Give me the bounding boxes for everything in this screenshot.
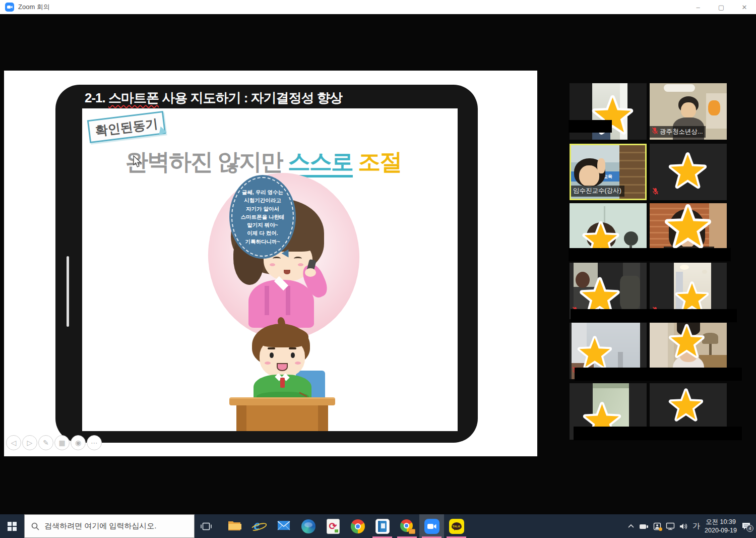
- tray-security-icon[interactable]: [653, 522, 661, 530]
- video-detail: [680, 265, 689, 270]
- search-icon: [31, 522, 39, 530]
- muted-mic-icon: [652, 188, 659, 197]
- video-detail: [709, 344, 712, 356]
- taskbar-apps: e⟳TALK: [222, 514, 469, 538]
- participant-tile[interactable]: 친한자 부모교육임수진교수(강사): [570, 144, 647, 200]
- mother-blush-right: [298, 263, 303, 266]
- privacy-star-overlay: [664, 148, 712, 198]
- video-detail: [664, 84, 695, 92]
- mother-suspender-left: [265, 286, 269, 315]
- video-detail: [624, 231, 638, 246]
- maximize-button[interactable]: ▢: [710, 0, 733, 14]
- video-detail: [708, 100, 720, 115]
- mother-suspender-right: [286, 286, 290, 315]
- kakaotalk-taskbar-button[interactable]: TALK: [444, 514, 469, 538]
- participant-tile[interactable]: 광주청소년상...: [650, 83, 727, 140]
- boy-eye-left: [270, 352, 274, 358]
- boy-brow-left: [268, 347, 275, 349]
- tablet-frame: 2-1. 스마트폰 사용 지도하기 : 자기결정성 향상 확인된동기 완벽하진 …: [55, 85, 478, 443]
- pen-tool-button[interactable]: ✎: [38, 435, 53, 450]
- privacy-star-overlay: [664, 385, 708, 430]
- prev-slide-button[interactable]: ◁: [6, 435, 21, 450]
- boy-mouth: [277, 363, 288, 371]
- redaction-bar: [575, 368, 742, 381]
- speech-bubble: 글쎄, 우리 영수는 시험기간이라고 자기가 알아서 스마트폰을 나한테 맡기지…: [229, 175, 296, 259]
- mail-taskbar-button[interactable]: [271, 514, 296, 538]
- search-placeholder: 검색하려면 여기에 입력하십시오.: [44, 521, 157, 531]
- slide-headline: 완벽하진 않지만 스스로 조절: [125, 147, 402, 177]
- video-detail: [579, 165, 599, 187]
- internet-explorer-icon: e: [251, 519, 267, 534]
- ime-language-indicator[interactable]: 가: [692, 521, 700, 531]
- desk-leg-right: [318, 405, 328, 431]
- privacy-star-overlay: [664, 323, 709, 367]
- system-tray: 가 오전 10:39 2020-09-19 4: [627, 514, 756, 538]
- chrome-taskbar-button[interactable]: [345, 514, 370, 538]
- redaction-bar: [569, 248, 731, 261]
- tray-chevron-up-icon[interactable]: [627, 524, 635, 529]
- next-slide-button[interactable]: ▷: [22, 435, 37, 450]
- tray-clock[interactable]: 오전 10:39 2020-09-19: [705, 518, 737, 535]
- docs-app-taskbar-button[interactable]: [370, 514, 395, 538]
- boy-tie: [280, 378, 285, 388]
- window-titlebar: Zoom 회의 – ▢ ✕: [0, 0, 756, 14]
- window-title: Zoom 회의: [18, 3, 50, 12]
- taskbar-search-input[interactable]: 검색하려면 여기에 입력하십시오.: [24, 514, 195, 538]
- tablet-side-button: [67, 256, 69, 327]
- mother-blush-left: [270, 263, 275, 266]
- muted-mic-icon: [652, 127, 658, 136]
- motivation-badge: 확인된동기: [87, 111, 166, 143]
- desk-front: [236, 405, 328, 431]
- slide-title: 2-1. 스마트폰 사용 지도하기 : 자기결정성 향상: [85, 89, 468, 107]
- kakaotalk-icon: TALK: [449, 519, 464, 534]
- action-center-icon[interactable]: 4: [741, 522, 751, 530]
- file-explorer-taskbar-button[interactable]: [222, 514, 246, 538]
- redaction-bar: [571, 309, 737, 322]
- more-tools-button[interactable]: ⋯: [87, 435, 102, 450]
- slide-grid-button[interactable]: ▦: [54, 435, 70, 450]
- mail-icon: [277, 519, 291, 533]
- meeting-content: 2-1. 스마트폰 사용 지도하기 : 자기결정성 향상 확인된동기 완벽하진 …: [0, 14, 756, 514]
- tray-display-icon[interactable]: [666, 522, 675, 530]
- tray-date: 2020-09-19: [705, 526, 737, 535]
- notification-badge: 4: [746, 525, 753, 532]
- chrome-profile-icon: [400, 519, 414, 533]
- participant-name-label: 광주청소년상...: [650, 126, 706, 138]
- zoom-app-icon: [424, 519, 439, 534]
- file-explorer-icon: [227, 519, 241, 534]
- minimize-button[interactable]: –: [686, 0, 710, 14]
- participant-name-label: 임수진교수(강사): [571, 186, 624, 197]
- video-detail: [593, 383, 629, 388]
- tray-device-icon[interactable]: [639, 523, 649, 530]
- video-detail: [702, 270, 707, 274]
- edge-taskbar-button[interactable]: [296, 514, 321, 538]
- zoom-app-taskbar-button[interactable]: [419, 514, 444, 538]
- boy-blush-left: [265, 362, 271, 365]
- start-button[interactable]: [0, 514, 24, 538]
- edge-icon: [301, 519, 316, 533]
- boy-blush-right: [295, 362, 301, 365]
- video-detail: [597, 158, 605, 173]
- close-button[interactable]: ✕: [733, 0, 756, 14]
- boy-eye-right: [291, 352, 295, 358]
- boy-bangs: [256, 326, 308, 347]
- mother-mouth: [284, 270, 290, 274]
- participant-tile[interactable]: [650, 144, 727, 200]
- video-detail: [681, 102, 696, 118]
- pointer-tool-button[interactable]: ◉: [71, 435, 86, 450]
- internet-explorer-taskbar-button[interactable]: e: [246, 514, 271, 538]
- mouse-cursor: [133, 155, 142, 168]
- task-view-button[interactable]: [195, 514, 218, 538]
- chrome-profile-taskbar-button[interactable]: [395, 514, 419, 538]
- redaction-bar: [574, 427, 742, 440]
- tray-volume-icon[interactable]: [679, 523, 688, 530]
- desk-leg-left: [236, 405, 246, 431]
- sync-app-taskbar-button[interactable]: ⟳: [321, 514, 345, 538]
- alert-dot: [659, 527, 662, 531]
- speech-bubble-text: 글쎄, 우리 영수는 시험기간이라고 자기가 알아서 스마트폰을 나한테 맡기지…: [229, 175, 296, 259]
- redaction-bar: [569, 120, 612, 133]
- sync-app-icon: ⟳: [327, 519, 340, 534]
- zoom-logo-icon: [5, 3, 14, 12]
- tray-time: 오전 10:39: [705, 518, 737, 526]
- docs-app-icon: [375, 519, 390, 534]
